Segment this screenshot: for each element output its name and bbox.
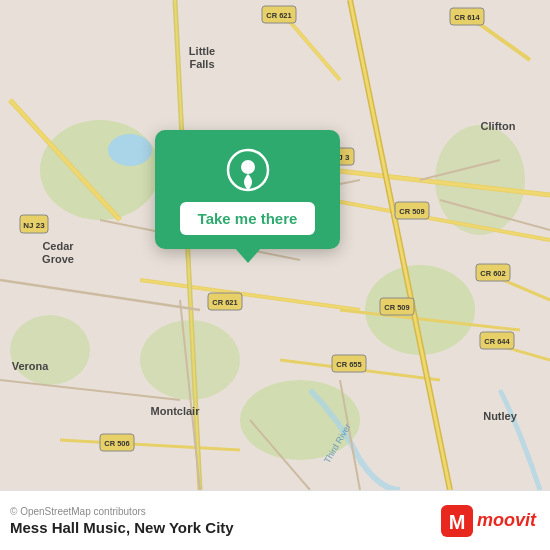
take-me-there-button[interactable]: Take me there [180,202,316,235]
svg-text:Falls: Falls [189,58,214,70]
svg-text:CR 621: CR 621 [266,11,291,20]
svg-text:Cedar: Cedar [42,240,74,252]
svg-point-1 [40,120,160,220]
svg-point-7 [108,134,152,166]
svg-text:Clifton: Clifton [481,120,516,132]
svg-point-69 [241,160,255,174]
svg-text:NJ 23: NJ 23 [23,221,45,230]
popup-card: Take me there [155,130,340,249]
svg-text:CR 621: CR 621 [212,298,237,307]
svg-text:Verona: Verona [12,360,50,372]
map-container: NJ 23 NJ 3 CR 621 CR 614 CR 509 CR 509 C… [0,0,550,490]
moovit-logo: M moovit [441,505,536,537]
location-name: Mess Hall Music, New York City [10,519,234,536]
svg-text:CR 644: CR 644 [484,337,510,346]
bottom-bar: © OpenStreetMap contributors Mess Hall M… [0,490,550,550]
moovit-icon: M [441,505,473,537]
svg-text:Montclair: Montclair [151,405,201,417]
osm-attribution: © OpenStreetMap contributors [10,506,234,517]
svg-text:CR 509: CR 509 [399,207,424,216]
svg-text:Grove: Grove [42,253,74,265]
location-pin-icon [226,148,270,192]
svg-text:CR 506: CR 506 [104,439,129,448]
svg-text:CR 614: CR 614 [454,13,480,22]
svg-text:CR 509: CR 509 [384,303,409,312]
bottom-info: © OpenStreetMap contributors Mess Hall M… [10,506,234,536]
svg-text:Nutley: Nutley [483,410,518,422]
svg-point-5 [10,315,90,385]
svg-text:CR 602: CR 602 [480,269,505,278]
svg-text:Little: Little [189,45,215,57]
svg-text:CR 655: CR 655 [336,360,361,369]
svg-text:M: M [449,511,466,533]
moovit-text: moovit [477,510,536,531]
